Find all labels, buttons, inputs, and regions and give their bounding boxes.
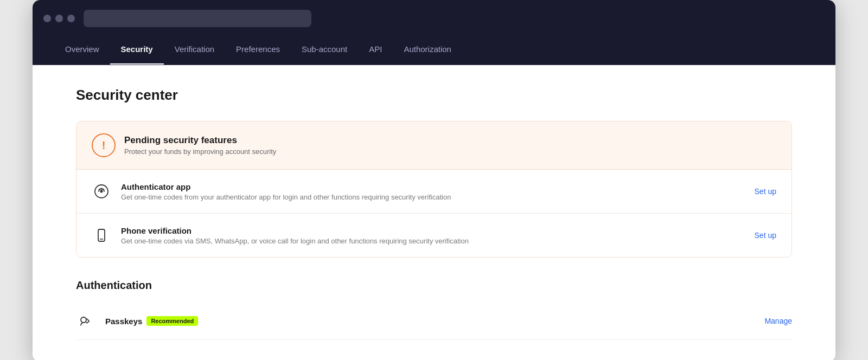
pending-header: ! Pending security features Protect your…: [76, 121, 792, 170]
nav-item-overview[interactable]: Overview: [54, 35, 110, 65]
traffic-light-maximize[interactable]: [67, 15, 75, 22]
authentication-title: Authentication: [76, 279, 792, 292]
svg-point-6: [81, 317, 86, 323]
nav-item-api[interactable]: API: [358, 35, 393, 65]
passkeys-info: Passkeys Recommended: [105, 316, 755, 326]
traffic-light-minimize[interactable]: [55, 15, 63, 22]
authenticator-desc: Get one-time codes from your authenticat…: [121, 193, 745, 201]
warning-icon: !: [92, 133, 116, 157]
nav-item-authorization[interactable]: Authorization: [393, 35, 462, 65]
phone-setup-link[interactable]: Set up: [755, 231, 776, 240]
traffic-light-close[interactable]: [43, 15, 51, 22]
phone-icon: [92, 226, 111, 245]
page-title: Security center: [76, 87, 792, 104]
authenticator-row: Authenticator app Get one-time codes fro…: [76, 170, 792, 214]
pending-subtitle: Protect your funds by improving account …: [124, 147, 276, 156]
title-bar: [33, 0, 835, 35]
recommended-badge: Recommended: [146, 316, 198, 326]
traffic-lights: [43, 15, 75, 22]
nav-item-sub-account[interactable]: Sub-account: [291, 35, 358, 65]
pending-security-card: ! Pending security features Protect your…: [76, 121, 792, 258]
nav-bar: Overview Security Verification Preferenc…: [33, 35, 835, 65]
passkeys-icon: [76, 311, 95, 331]
phone-desc: Get one-time codes via SMS, WhatsApp, or…: [121, 237, 745, 245]
authentication-section: Authentication Passkeys Recommended Mana…: [76, 279, 792, 340]
authenticator-setup-link[interactable]: Set up: [755, 187, 776, 196]
authenticator-info: Authenticator app Get one-time codes fro…: [121, 182, 745, 201]
phone-name: Phone verification: [121, 226, 745, 235]
main-content: Security center ! Pending security featu…: [33, 65, 835, 360]
passkeys-row: Passkeys Recommended Manage: [76, 303, 792, 340]
nav-item-verification[interactable]: Verification: [164, 35, 225, 65]
pending-title: Pending security features: [124, 135, 276, 146]
authenticator-icon: [92, 182, 111, 201]
address-bar[interactable]: [84, 10, 311, 27]
passkeys-label: Passkeys: [105, 317, 142, 326]
phone-row: Phone verification Get one-time codes vi…: [76, 214, 792, 257]
pending-header-text: Pending security features Protect your f…: [124, 135, 276, 156]
nav-item-security[interactable]: Security: [110, 35, 164, 65]
nav-item-preferences[interactable]: Preferences: [225, 35, 291, 65]
phone-info: Phone verification Get one-time codes vi…: [121, 226, 745, 245]
authenticator-name: Authenticator app: [121, 182, 745, 191]
passkeys-manage-link[interactable]: Manage: [764, 317, 792, 325]
browser-window: Overview Security Verification Preferenc…: [33, 0, 835, 360]
